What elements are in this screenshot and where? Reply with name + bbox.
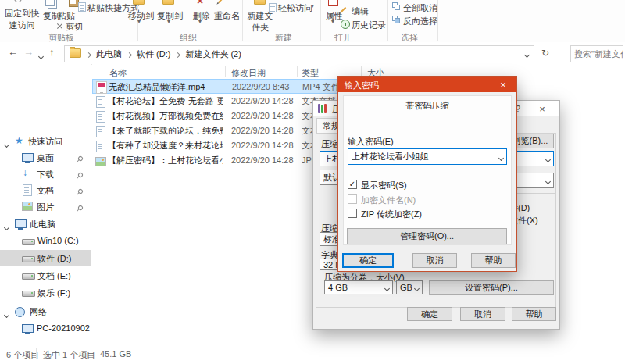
- column-header-type[interactable]: 类型: [302, 67, 319, 79]
- column-header-date[interactable]: 修改日期: [231, 67, 266, 79]
- column-divider[interactable]: [297, 66, 298, 77]
- select-none-icon: [392, 2, 400, 12]
- chevron-expanded-icon[interactable]: [5, 222, 9, 231]
- combo-arrow-icon[interactable]: [546, 176, 550, 185]
- back-button[interactable]: ←: [8, 46, 18, 58]
- cut-button[interactable]: 剪切: [66, 21, 83, 33]
- sidebar-item-pictures[interactable]: 图片: [37, 202, 54, 213]
- sidebar-item-documents[interactable]: 文档: [37, 185, 54, 197]
- address-dropdown-icon[interactable]: [525, 49, 529, 59]
- pictures-icon: [22, 202, 33, 212]
- copy-icon: [45, 0, 55, 8]
- selection-size: 45.1 GB: [100, 349, 131, 359]
- paste-button[interactable]: 粘贴: [56, 10, 77, 22]
- archive-ok-button[interactable]: 确定: [407, 307, 452, 321]
- cut-icon: [56, 22, 63, 31]
- copy-to-icon: [162, 0, 174, 6]
- search-box[interactable]: [570, 45, 623, 62]
- close-icon[interactable]: ×: [493, 78, 513, 91]
- easy-access-button[interactable]: 轻松访问: [278, 2, 312, 14]
- sidebar-item-quick-access[interactable]: 快速访问: [28, 136, 62, 148]
- rename-button[interactable]: 重命名: [214, 10, 240, 22]
- breadcrumb[interactable]: 此电脑 软件 (D:) 新建文件夹 (2): [64, 45, 534, 62]
- chevron-expanded-icon[interactable]: [5, 139, 9, 148]
- ribbon: 固定到快速访问 复制 粘贴 粘贴快捷方式 剪切 剪贴板 移动到 ▾ 复制到 ▾ …: [0, 0, 625, 43]
- network-icon: [15, 307, 25, 319]
- pin-icon: [78, 202, 83, 212]
- move-to-dropdown-icon[interactable]: ▾: [138, 18, 141, 25]
- sidebar-item-desktop[interactable]: 桌面: [37, 152, 54, 164]
- column-divider[interactable]: [225, 66, 226, 77]
- pin-icon: [78, 186, 83, 195]
- history-icon: [341, 20, 350, 30]
- pane-divider[interactable]: [91, 64, 91, 344]
- manage-passwords-button[interactable]: 管理密码(O)...: [347, 228, 507, 244]
- breadcrumb-current-folder[interactable]: 新建文件夹 (2): [185, 48, 241, 60]
- delete-dropdown-icon[interactable]: ▾: [198, 18, 202, 25]
- properties-dropdown-icon[interactable]: ▾: [331, 18, 334, 25]
- column-header-name[interactable]: 名称: [109, 67, 127, 79]
- sidebar-item-drive-f[interactable]: 娱乐 (F:): [38, 287, 70, 299]
- file-date: 2022/9/20 14:28: [231, 138, 294, 153]
- organize-group-label: 组织: [180, 32, 197, 43]
- invert-selection-button[interactable]: 反向选择: [403, 16, 438, 27]
- breadcrumb-drive-d[interactable]: 软件 (D:): [137, 48, 170, 60]
- password-help-button[interactable]: 帮助: [471, 253, 516, 268]
- encrypt-names-label: 加密文件名(N): [361, 194, 416, 206]
- combo-arrow-icon[interactable]: [499, 152, 503, 162]
- sidebar-item-drive-c[interactable]: Win10 (C:): [38, 236, 79, 245]
- sidebar-item-network[interactable]: 网络: [30, 306, 47, 318]
- chevron-right-icon: [127, 49, 131, 59]
- encrypt-names-checkbox: [348, 194, 357, 204]
- close-icon[interactable]: ×: [530, 102, 554, 115]
- set-password-button[interactable]: 设置密码(P)...: [429, 280, 554, 295]
- password-ok-button[interactable]: 确定: [342, 253, 394, 268]
- sidebar-item-downloads[interactable]: 下载: [37, 169, 54, 180]
- select-none-button[interactable]: 全部取消: [403, 2, 438, 14]
- up-button[interactable]: ↑: [49, 46, 55, 58]
- file-date: 2022/9/20 14:28: [231, 153, 294, 168]
- volume-unit-combo[interactable]: GB: [396, 280, 423, 294]
- chevron-expanded-icon[interactable]: [5, 309, 9, 319]
- sidebar-item-network-pc[interactable]: PC-20210902PHKI: [37, 323, 90, 333]
- zip-legacy-checkbox[interactable]: [348, 209, 357, 218]
- archive-cancel-button[interactable]: 取消: [460, 307, 505, 321]
- volume-size-combo[interactable]: 4 GB: [324, 280, 393, 294]
- search-input[interactable]: [571, 49, 623, 59]
- password-dialog: 输入密码 × 带密码压缩 输入密码(E) ✓ 显示密码(S) 加密文件名(N) …: [338, 76, 517, 272]
- pin-icon: [78, 153, 83, 162]
- combo-arrow-icon[interactable]: [546, 154, 550, 163]
- password-dialog-title: 输入密码: [345, 80, 379, 91]
- history-button[interactable]: 历史记录: [352, 20, 386, 31]
- ribbon-separator: [320, 0, 321, 41]
- refresh-button[interactable]: ↻: [538, 46, 553, 60]
- invert-selection-icon: [392, 16, 400, 25]
- forward-button[interactable]: →: [23, 46, 34, 58]
- password-dialog-titlebar[interactable]: 输入密码 ×: [338, 77, 516, 92]
- file-name: 【有种子却没速度？来村花论坛人工加...: [108, 138, 223, 153]
- show-password-checkbox[interactable]: ✓: [348, 180, 357, 189]
- pin-to-quick-access-button[interactable]: 固定到快速访问: [2, 8, 42, 31]
- sidebar-item-drive-d[interactable]: 软件 (D:): [38, 253, 71, 265]
- combo-arrow-icon[interactable]: [385, 283, 389, 292]
- address-bar: ← → ↑ 此电脑 软件 (D:) 新建文件夹 (2) ↻: [0, 42, 625, 65]
- easy-access-dropdown-icon[interactable]: ▾: [311, 2, 314, 9]
- zip-legacy-label: ZIP 传统加密(Z): [361, 209, 422, 220]
- combo-arrow-icon[interactable]: [415, 283, 419, 292]
- volume-size-value: 4 GB: [328, 283, 348, 292]
- file-name: 无敌汇总精品懒洋洋.mp4: [109, 80, 224, 95]
- password-cancel-button[interactable]: 取消: [412, 253, 457, 268]
- selection-count: 选中 1 个项目: [43, 349, 95, 361]
- archive-help-button[interactable]: 帮助: [512, 307, 556, 321]
- recent-locations-dropdown-icon[interactable]: [39, 51, 43, 60]
- edit-button[interactable]: 编辑: [352, 5, 369, 17]
- breadcrumb-this-pc[interactable]: 此电脑: [96, 48, 122, 60]
- new-group-label: 新建: [275, 32, 292, 43]
- move-to-button[interactable]: 移动到: [128, 10, 154, 22]
- password-combo[interactable]: [348, 148, 507, 165]
- password-input[interactable]: [352, 152, 499, 162]
- copy-to-dropdown-icon[interactable]: ▾: [167, 18, 170, 25]
- password-dialog-heading: 带密码压缩: [338, 100, 516, 112]
- sidebar-item-drive-e[interactable]: 文档 (E:): [38, 270, 71, 282]
- sidebar-item-this-pc[interactable]: 此电脑: [30, 219, 55, 230]
